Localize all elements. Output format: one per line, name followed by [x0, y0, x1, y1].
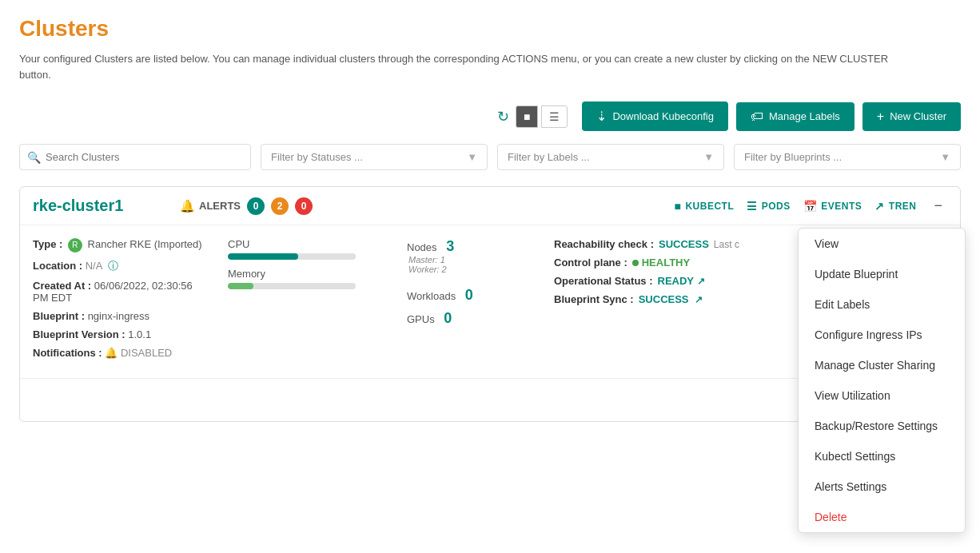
cluster-name[interactable]: rke-cluster1	[33, 197, 161, 215]
location-icon[interactable]: ⓘ	[108, 260, 118, 272]
cluster-header: rke-cluster1 🔔 ALERTS 0 2 0 ■ KUBECTL ☰ …	[20, 187, 960, 225]
cluster-stats: Nodes 3 Master: 1 Worker: 2 Workloads 0 …	[407, 238, 535, 365]
download-icon: ⇣	[596, 109, 607, 124]
cluster-actions: ■ KUBECTL ☰ PODS 📅 EVENTS ↗ TREN −	[674, 197, 947, 214]
context-menu-kubectl-settings[interactable]: Kubectl Settings	[799, 441, 965, 471]
cluster-info: Type : R Rancher RKE (Imported) Location…	[33, 238, 209, 365]
toolbar-icons: ↻ ■ ☰	[497, 105, 568, 128]
cpu-row: CPU	[228, 238, 388, 260]
list-view-button[interactable]: ☰	[541, 105, 568, 128]
context-menu-manage-cluster-sharing[interactable]: Manage Cluster Sharing	[799, 350, 965, 380]
search-input-wrap: 🔍	[19, 144, 251, 170]
terminal-icon: ■	[674, 200, 681, 213]
alerts-section: 🔔 ALERTS 0 2 0	[180, 197, 313, 215]
view-toggle: ■ ☰	[516, 105, 568, 128]
gpus-stat: GPUs 0	[407, 310, 535, 327]
more-actions-button[interactable]: −	[929, 197, 947, 214]
chevron-down-icon: ▼	[703, 151, 714, 163]
context-menu-backup-restore[interactable]: Backup/Restore Settings	[799, 411, 965, 441]
manage-labels-button[interactable]: 🏷 Manage Labels	[736, 102, 855, 131]
page-description: Your configured Clusters are listed belo…	[19, 51, 898, 82]
new-cluster-button[interactable]: + New Cluster	[862, 102, 961, 131]
events-action[interactable]: 📅 EVENTS	[803, 200, 862, 213]
context-menu-edit-labels[interactable]: Edit Labels	[799, 289, 965, 320]
memory-progress-bar	[228, 283, 356, 289]
refresh-icon[interactable]: ↻	[497, 108, 509, 125]
context-menu-view[interactable]: View	[799, 229, 965, 259]
location-row: Location : N/A ⓘ	[33, 259, 209, 273]
cluster-resources: CPU Memory	[228, 238, 388, 365]
created-row: Created At : 06/06/2022, 02:30:56 PM EDT	[33, 280, 209, 304]
filter-labels-select[interactable]: Filter by Labels ... ▼	[497, 144, 724, 170]
context-menu-alerts-settings[interactable]: Alerts Settings	[799, 471, 965, 502]
page-title: Clusters	[19, 16, 961, 42]
health-dot	[632, 260, 639, 266]
alert-badge-2: 0	[295, 197, 313, 215]
alert-badge-1: 2	[271, 197, 289, 215]
cpu-progress-fill	[228, 253, 298, 260]
kubectl-action[interactable]: ■ KUBECTL	[674, 200, 734, 213]
blueprint-row: Blueprint : nginx-ingress	[33, 310, 209, 322]
workloads-stat: Workloads 0	[407, 287, 535, 304]
filters-row: 🔍 Filter by Statuses ... ▼ Filter by Lab…	[19, 144, 961, 170]
external-link-icon: ↗	[697, 276, 705, 287]
chevron-down-icon: ▼	[467, 151, 477, 163]
notifications-row: Notifications : 🔔 DISABLED	[33, 347, 209, 359]
pods-action[interactable]: ☰ PODS	[747, 200, 791, 213]
filter-blueprints-select[interactable]: Filter by Blueprints ... ▼	[734, 144, 961, 170]
alerts-label: 🔔 ALERTS	[180, 199, 241, 213]
search-icon: 🔍	[27, 151, 41, 164]
trends-action[interactable]: ↗ TREN	[874, 200, 916, 213]
context-menu-configure-ingress[interactable]: Configure Ingress IPs	[799, 320, 965, 350]
plus-icon: +	[877, 109, 884, 124]
memory-row: Memory	[228, 268, 388, 289]
events-icon: 📅	[803, 200, 818, 213]
nodes-stat: Nodes 3 Master: 1 Worker: 2	[407, 238, 535, 274]
search-clusters-input[interactable]	[19, 144, 251, 170]
download-kubeconfig-button[interactable]: ⇣ Download Kubeconfig	[582, 101, 727, 131]
bell-icon: 🔔	[180, 199, 195, 213]
context-menu-update-blueprint[interactable]: Update Blueprint	[799, 259, 965, 289]
memory-progress-fill	[228, 283, 253, 289]
chevron-down-icon: ▼	[940, 151, 950, 163]
external-link-icon-2: ↗	[695, 294, 703, 305]
rancher-icon: R	[68, 238, 82, 253]
toolbar: ↻ ■ ☰ ⇣ Download Kubeconfig 🏷 Manage Lab…	[19, 101, 961, 131]
page-container: Clusters Your configured Clusters are li…	[0, 0, 980, 553]
cpu-progress-bar	[228, 253, 356, 260]
filter-statuses-select[interactable]: Filter by Statuses ... ▼	[261, 144, 488, 170]
trends-icon: ↗	[874, 200, 885, 213]
label-icon: 🏷	[751, 109, 763, 124]
grid-view-button[interactable]: ■	[516, 105, 538, 128]
alert-badge-0: 0	[247, 197, 265, 215]
context-menu-view-utilization[interactable]: View Utilization	[799, 380, 965, 411]
type-row: Type : R Rancher RKE (Imported)	[33, 238, 209, 253]
context-menu: View Update Blueprint Edit Labels Config…	[798, 228, 966, 533]
blueprint-version-row: Blueprint Version : 1.0.1	[33, 328, 209, 340]
pods-icon: ☰	[747, 200, 758, 213]
context-menu-delete[interactable]: Delete	[799, 502, 965, 532]
